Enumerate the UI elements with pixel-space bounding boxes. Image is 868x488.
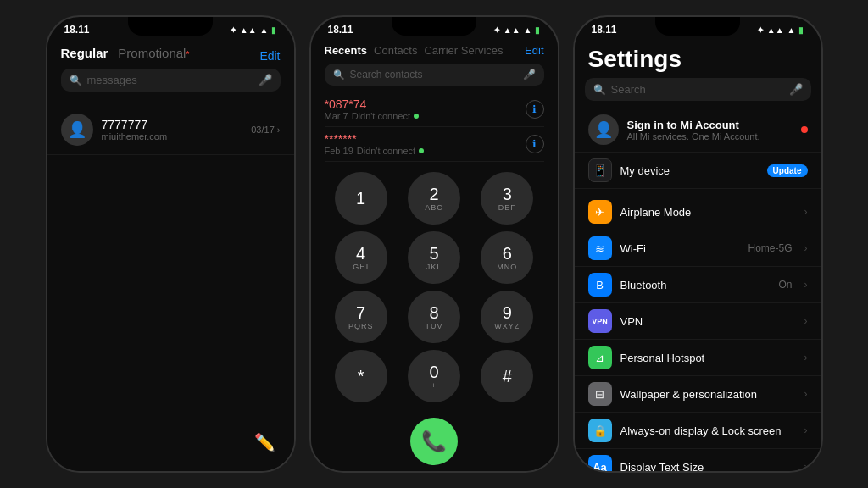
personal-hotspot-icon: ⊿ [588,346,612,369]
settings-item-lock-screen[interactable]: 🔒 Always-on display & Lock screen › [575,413,821,449]
dial-key-0[interactable]: 0+ [408,350,460,402]
signal-icon-2: ▲▲ [504,25,520,35]
phone-dialer: 18.11 ✦ ▲▲ ▲ ▮ Recents Contacts Carrier … [309,15,559,473]
status-icons-3: ✦ ▲▲ ▲ ▮ [757,25,804,35]
call-detail-1: Mar 7 Didn't connect [325,111,420,121]
dial-key-7[interactable]: 7PQRS [335,291,387,343]
call-item-2[interactable]: ******* Feb 19 Didn't connect ℹ [325,127,544,162]
bluetooth-icon: ✦ [230,25,236,35]
profile-section: 👤 Sign in to Mi Account All Mi services.… [575,108,821,189]
settings-item-display-text[interactable]: Aa Display Text Size › [575,449,821,471]
bluetooth-icon-3: ✦ [757,25,764,35]
messages-search-bar[interactable]: 🔍 messages 🎤 [61,69,281,92]
display-text-icon: Aa [588,455,612,471]
chevron-icon: › [804,242,808,254]
compose-button[interactable]: ✏️ [250,427,281,458]
profile-name: Sign in to Mi Account [627,119,793,131]
call-button-row: 📞 [311,409,558,469]
settings-label-bluetooth: Bluetooth [620,279,771,291]
mi-account-item[interactable]: 👤 Sign in to Mi Account All Mi services.… [575,108,821,152]
profile-avatar: 👤 [588,114,619,145]
dialer-search-bar[interactable]: 🔍 Search contacts 🎤 [325,64,544,86]
settings-item-wifi[interactable]: ≋ Wi-Fi Home-5G › [575,230,821,267]
message-item[interactable]: 👤 7777777 miuithemer.com 03/17 › [47,105,294,155]
settings-item-wallpaper[interactable]: ⊟ Wallpaper & personalization › [575,376,821,413]
search-icon-messages: 🔍 [70,75,82,86]
wifi-icon: ▲ [260,25,269,35]
my-device-label: My device [620,164,759,177]
dial-key-#[interactable]: # [481,350,533,402]
chevron-icon: › [804,461,808,471]
messages-header: Regular Promotional* Edit 🔍 messages 🎤 [47,39,294,105]
signal-icon: ▲▲ [240,25,257,35]
dialer-tabs: Recents Contacts Carrier Services Edit [311,39,558,60]
call-log: *087*74 Mar 7 Didn't connect ℹ ******* F… [311,92,558,162]
settings-label-lock-screen: Always-on display & Lock screen [620,424,796,437]
my-device-item[interactable]: 📱 My device Update [575,152,821,189]
contact-sub: miuithemer.com [102,131,243,141]
notch-3 [655,17,740,36]
tab-recents[interactable]: Recents [325,44,368,57]
settings-label-vpn: VPN [620,315,796,328]
search-icon-settings: 🔍 [593,84,606,96]
call-info-btn-2[interactable]: ℹ [526,135,544,153]
call-detail-2: Feb 19 Didn't connect [325,146,425,156]
dial-key-9[interactable]: 9WXYZ [481,291,533,343]
edit-button-messages[interactable]: Edit [259,49,280,63]
status-icons-2: ✦ ▲▲ ▲ ▮ [493,25,541,35]
call-item-1[interactable]: *087*74 Mar 7 Didn't connect ℹ [325,92,544,127]
network-section: ✈ Airplane Mode › ≋ Wi-Fi Home-5G › B Bl… [575,194,821,471]
edit-button-dialer[interactable]: Edit [525,44,543,57]
search-icon-dialer: 🔍 [333,69,345,80]
call-info-2: ******* Feb 19 Didn't connect [325,132,425,156]
battery-icon-2: ▮ [535,25,540,35]
dial-key-5[interactable]: 5JKL [408,231,460,284]
chevron-icon: › [804,206,808,218]
messages-screen: Regular Promotional* Edit 🔍 messages 🎤 👤… [47,39,294,471]
wifi-icon-3: ▲ [787,25,796,35]
dial-key-4[interactable]: 4GHI [335,231,387,284]
mic-icon-dialer: 🎤 [523,69,536,80]
tab-regular[interactable]: Regular [61,46,108,60]
settings-item-airplane-mode[interactable]: ✈ Airplane Mode › [575,194,821,230]
dial-key-8[interactable]: 8TUV [408,291,460,343]
dial-key-1[interactable]: 1 [335,172,387,225]
lock-screen-icon: 🔒 [588,419,612,442]
settings-item-bluetooth[interactable]: B Bluetooth On › [575,267,821,303]
dial-key-*[interactable]: * [335,350,387,402]
call-dot-1 [414,114,419,119]
profile-info: Sign in to Mi Account All Mi services. O… [627,119,793,141]
call-dot-2 [419,148,424,153]
dial-key-2[interactable]: 2ABC [408,172,460,225]
search-placeholder-messages: messages [87,74,137,86]
bluetooth-icon: B [588,273,612,297]
update-badge: Update [767,164,808,177]
wifi-icon-2: ▲ [524,25,532,35]
settings-search-bar[interactable]: 🔍 Search 🎤 [585,78,811,101]
dialer-screen: Recents Contacts Carrier Services Edit 🔍… [311,39,558,471]
status-time-3: 18.11 [592,24,617,36]
message-meta: 03/17 › [251,125,280,135]
tab-promotional: Promotional* [118,46,189,60]
call-number-2: ******* [325,132,425,146]
bluetooth-icon-2: ✦ [493,25,500,35]
airplane-mode-icon: ✈ [588,200,612,224]
settings-label-wifi: Wi-Fi [620,242,740,255]
dial-key-6[interactable]: 6MNO [481,231,533,284]
settings-item-personal-hotspot[interactable]: ⊿ Personal Hotspot › [575,340,821,376]
settings-label-display-text: Display Text Size [620,461,796,472]
dialpad: 12ABC3DEF4GHI5JKL6MNO7PQRS8TUV9WXYZ*0+# [311,165,558,409]
settings-item-vpn[interactable]: VPN VPN › [575,303,821,340]
messages-list: 👤 7777777 miuithemer.com 03/17 › [47,105,294,471]
chevron-icon: › [804,315,808,327]
tab-contacts[interactable]: Contacts [374,44,417,57]
search-placeholder-settings: Search [611,83,646,96]
call-button[interactable]: 📞 [410,418,458,465]
call-info-btn-1[interactable]: ℹ [526,100,544,119]
messages-tabs: Regular Promotional* [61,46,281,60]
settings-label-personal-hotspot: Personal Hotspot [620,352,796,364]
chevron-icon: › [804,424,808,436]
tab-carrier-services[interactable]: Carrier Services [424,44,503,57]
wallpaper-icon: ⊟ [588,382,612,406]
dial-key-3[interactable]: 3DEF [481,172,533,225]
